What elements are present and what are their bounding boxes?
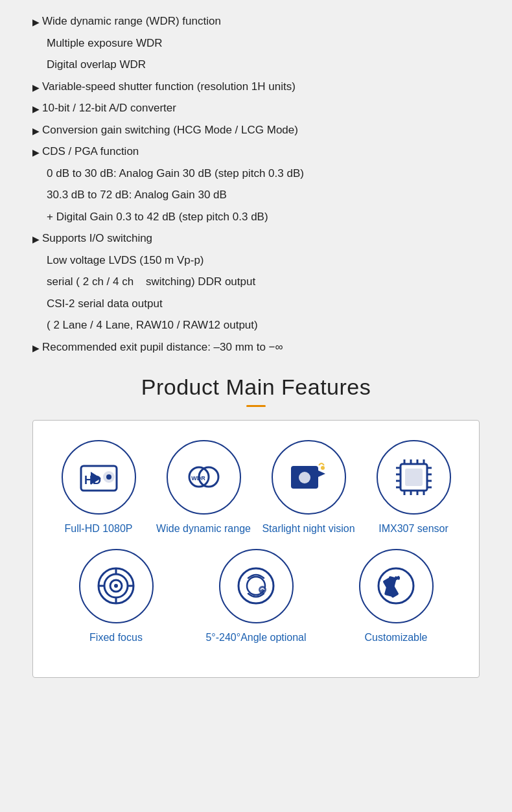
spec-item: ▶Conversion gain switching (HCG Mode / L… <box>32 122 480 139</box>
feature-label-wdr: Wide dynamic range <box>156 522 251 536</box>
feature-label-imx307: IMX307 sensor <box>378 522 448 536</box>
arrow-icon: ▶ <box>32 342 40 355</box>
spec-sub-item: Low voltage LVDS (150 m Vp-p) <box>32 252 480 269</box>
arrow-icon: ▶ <box>32 233 40 246</box>
feature-label-angle: 5°-240°Angle optional <box>205 631 306 645</box>
feature-label-customizable: Customizable <box>365 631 428 645</box>
svg-point-40 <box>259 586 266 594</box>
feature-item-imx307: IMX307 sensor <box>362 440 465 536</box>
spec-text: CDS / PGA function <box>42 143 139 160</box>
svg-marker-9 <box>318 470 325 477</box>
specs-list: ▶Wide dynamic range (WDR) functionMultip… <box>32 13 480 355</box>
feature-item-full-hd: HD Full-HD 1080P <box>47 440 150 536</box>
features-box: HD Full-HD 1080P WDR Wide dynamic range … <box>32 420 480 678</box>
spec-item: ▶CDS / PGA function <box>32 143 480 160</box>
feature-item-customizable: Customizable <box>344 549 448 645</box>
spec-sub-item: CSI-2 serial data output <box>32 296 480 312</box>
spec-sub-item: Digital overlap WDR <box>32 56 480 73</box>
feature-item-fixed-focus: Fixed focus <box>64 549 168 645</box>
arrow-icon: ▶ <box>32 146 40 159</box>
arrow-icon: ▶ <box>32 81 40 95</box>
feature-item-angle: 5°-240°Angle optional <box>204 549 308 645</box>
spec-sub-item: serial ( 2 ch / 4 ch switching) DDR outp… <box>32 273 480 290</box>
spec-text: Supports I/O switching <box>42 230 152 247</box>
svg-point-10 <box>299 472 310 483</box>
spec-text: Variable-speed shutter function (resolut… <box>42 78 296 95</box>
feature-label-starlight: Starlight night vision <box>262 522 355 536</box>
spec-sub-item: 30.3 dB to 72 dB: Analog Gain 30 dB <box>32 187 480 203</box>
svg-point-3 <box>106 474 111 480</box>
spec-sub-item: Multiple exposure WDR <box>32 35 480 52</box>
svg-point-11 <box>321 466 325 470</box>
spec-item: ▶Variable-speed shutter function (resolu… <box>32 78 480 95</box>
features-row-1: HD Full-HD 1080P WDR Wide dynamic range … <box>46 440 466 536</box>
feature-item-wdr: WDR Wide dynamic range <box>152 440 255 536</box>
spec-sub-item: 0 dB to 30 dB: Analog Gain 30 dB (step p… <box>32 165 480 182</box>
svg-point-41 <box>378 568 413 603</box>
spec-text: Wide dynamic range (WDR) function <box>42 13 221 30</box>
arrow-icon: ▶ <box>32 124 40 138</box>
feature-item-starlight: Starlight night vision <box>257 440 360 536</box>
svg-rect-13 <box>406 469 422 485</box>
svg-point-33 <box>114 584 118 588</box>
starlight-icon <box>272 440 346 515</box>
svg-text:WDR: WDR <box>191 475 205 481</box>
spec-item: ▶10-bit / 12-bit A/D converter <box>32 100 480 117</box>
angle-icon <box>219 549 294 623</box>
feature-label-full-hd: Full-HD 1080P <box>65 522 133 536</box>
spec-sub-item: + Digital Gain 0.3 to 42 dB (step pitch … <box>32 209 480 226</box>
spec-sub-item: ( 2 Lane / 4 Lane, RAW10 / RAW12 output) <box>32 317 480 334</box>
sensor-icon <box>377 440 451 515</box>
wdr-icon: WDR <box>167 440 241 515</box>
arrow-icon: ▶ <box>32 102 40 116</box>
hd-icon: HD <box>62 440 136 515</box>
page: ▶Wide dynamic range (WDR) functionMultip… <box>0 0 512 697</box>
spec-text: Conversion gain switching (HCG Mode / LC… <box>42 122 298 139</box>
section-title: Product Main Features <box>32 375 480 400</box>
features-row-2: Fixed focus 5°-240°Angle optional Custom… <box>46 549 466 645</box>
spec-item: ▶Recommended exit pupil distance: –30 mm… <box>32 339 480 356</box>
custom-icon <box>359 549 434 623</box>
spec-text: 10-bit / 12-bit A/D converter <box>42 100 176 117</box>
feature-label-fixed-focus: Fixed focus <box>89 631 143 645</box>
title-underline <box>246 405 266 407</box>
spec-item: ▶Wide dynamic range (WDR) function <box>32 13 480 30</box>
spec-text: Recommended exit pupil distance: –30 mm … <box>42 339 283 356</box>
spec-item: ▶Supports I/O switching <box>32 230 480 247</box>
svg-point-38 <box>239 568 273 603</box>
focus-icon <box>79 549 154 623</box>
arrow-icon: ▶ <box>32 16 40 29</box>
